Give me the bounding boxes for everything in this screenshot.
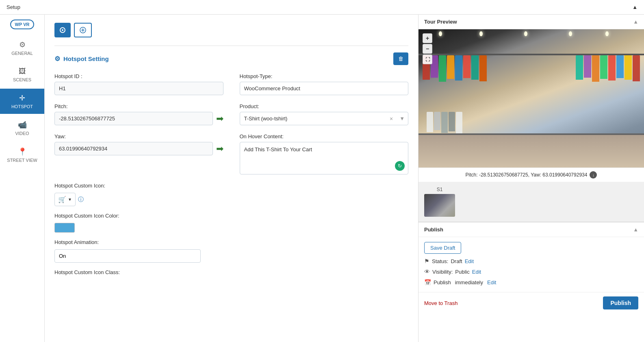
publish-footer: Move to Trash Publish <box>418 292 644 314</box>
pitch-group: Pitch: ➡ <box>54 103 223 125</box>
yaw-group: Yaw: ➡ <box>54 133 223 174</box>
center-panel: ⚙ Hotspot Setting 🗑 Hotspot ID : Hotspot… <box>45 15 418 342</box>
yaw-label: Yaw: <box>54 133 223 139</box>
hotspot-animation-group: Hotspot Animation: On Off <box>54 239 408 263</box>
sidebar-label-scenes: SCENES <box>13 77 31 82</box>
sidebar-item-streetview[interactable]: 📍 STREET VIEW <box>0 142 44 168</box>
status-row: ⚑ Status: Draft Edit <box>424 258 638 264</box>
save-draft-button[interactable]: Save Draft <box>424 242 461 254</box>
hotspot-setting-label: Hotspot Setting <box>63 55 109 62</box>
add-scene-button[interactable] <box>54 23 71 37</box>
sidebar-label-hotspot: HOTSPOT <box>11 104 33 109</box>
on-hover-group: On Hover Content: Add This T-Shirt To Yo… <box>240 133 409 174</box>
product-clear-button[interactable]: × <box>386 115 396 122</box>
publish-time-label: Publish <box>434 279 451 285</box>
form-grid-row1: Hotspot ID : Hotspot-Type: WooCommerce P… <box>54 73 408 95</box>
publish-collapse[interactable]: ▲ <box>633 227 638 233</box>
hotspot-id-group: Hotspot ID : <box>54 73 223 95</box>
publish-button[interactable]: Publish <box>603 296 638 309</box>
sidebar-label-video: VIDEO <box>15 131 29 136</box>
form-grid-row2: Pitch: ➡ Product: T-Shirt (woo-tshirt) ×… <box>54 103 408 125</box>
plus-circle-icon <box>80 27 86 33</box>
sidebar-logo[interactable]: WP VR <box>10 21 35 27</box>
visibility-value: Public <box>455 269 469 275</box>
pitch-row: ➡ <box>54 112 223 125</box>
custom-icon-label: Hotspot Custom Icon: <box>54 183 408 189</box>
video-icon: 📹 <box>18 120 27 129</box>
zoom-in-button[interactable]: + <box>423 33 432 43</box>
hotspot-type-label: Hotspot-Type: <box>240 73 409 79</box>
pitch-input[interactable] <box>54 112 213 125</box>
pitch-arrow-indicator: ➡ <box>216 113 223 124</box>
svg-point-1 <box>62 29 63 31</box>
yaw-input[interactable] <box>54 142 213 155</box>
streetview-icon: 📍 <box>18 147 27 156</box>
zoom-out-button[interactable]: − <box>423 44 432 54</box>
hotspot-setting-title: ⚙ Hotspot Setting <box>54 55 109 63</box>
product-dropdown-arrow[interactable]: ▼ <box>396 115 408 122</box>
delete-hotspot-button[interactable]: 🗑 <box>393 52 408 65</box>
fullscreen-button[interactable]: ⛶ <box>423 54 432 64</box>
calendar-icon: 📅 <box>424 279 431 285</box>
color-swatch[interactable] <box>54 223 75 233</box>
pitch-info-text: Pitch: -28.513026750687725, Yaw: 63.0199… <box>466 172 588 178</box>
scene-thumbnail[interactable]: S1 <box>424 187 455 217</box>
hotspot-id-input[interactable] <box>54 82 223 95</box>
on-hover-label: On Hover Content: <box>240 133 409 139</box>
info-icon[interactable]: ⓘ <box>78 196 84 203</box>
yaw-row: ➡ <box>54 142 223 155</box>
icon-selector[interactable]: 🛒 ▼ <box>54 193 76 206</box>
scene-thumb-image[interactable] <box>424 194 455 217</box>
top-bar-collapse[interactable]: ▲ <box>632 4 637 10</box>
icon-dropdown-arrow: ▼ <box>68 197 72 202</box>
add-hotspot-button[interactable] <box>74 23 92 37</box>
flag-icon: ⚑ <box>424 258 429 264</box>
scenes-icon: 🖼 <box>19 67 26 76</box>
status-label: Status: <box>432 258 448 264</box>
publish-time-value: immediately <box>455 279 483 285</box>
tour-preview-section: Tour Preview ▲ + − ⛶ <box>418 15 644 222</box>
hotspot-type-group: Hotspot-Type: WooCommerce Product Link S… <box>240 73 409 95</box>
status-edit-link[interactable]: Edit <box>465 258 474 264</box>
trash-icon: 🗑 <box>398 56 403 62</box>
custom-icon-class-group: Hotspot Custom Icon Class: <box>54 269 408 275</box>
hotspot-animation-select[interactable]: On Off <box>54 249 201 263</box>
product-value: T-Shirt (woo-tshirt) <box>240 112 386 125</box>
sidebar: WP VR ⚙ GENERAL 🖼 SCENES ✛ HOTSPOT 📹 VID… <box>0 15 45 342</box>
tour-preview-title: Tour Preview <box>424 19 457 25</box>
publish-section: Publish ▲ Save Draft ⚑ Status: Draft Edi… <box>418 222 644 342</box>
publish-time-edit-link[interactable]: Edit <box>487 279 496 285</box>
visibility-edit-link[interactable]: Edit <box>472 269 481 275</box>
settings-gear-icon: ⚙ <box>54 55 60 63</box>
main-layout: WP VR ⚙ GENERAL 🖼 SCENES ✛ HOTSPOT 📹 VID… <box>0 15 644 342</box>
sidebar-item-scenes[interactable]: 🖼 SCENES <box>0 62 44 87</box>
hover-content-area[interactable]: Add This T-Shirt To Your Cart ↻ <box>240 142 409 174</box>
pitch-info-bar: Pitch: -28.513026750687725, Yaw: 63.0199… <box>418 168 644 182</box>
scene-label: S1 <box>437 187 443 192</box>
hotspot-type-select-wrapper: WooCommerce Product Link Scene Custom <box>240 82 409 95</box>
sidebar-item-hotspot[interactable]: ✛ HOTSPOT <box>0 89 44 114</box>
refresh-hover-content-button[interactable]: ↻ <box>395 161 405 171</box>
tour-preview-header: Tour Preview ▲ <box>418 15 644 29</box>
logo-badge: WP VR <box>10 20 35 29</box>
divider <box>54 46 408 46</box>
tour-preview-image: + − ⛶ <box>418 29 644 168</box>
hotspot-icon: ✛ <box>19 94 25 102</box>
hotspot-setting-header: ⚙ Hotspot Setting 🗑 <box>54 52 408 65</box>
move-to-trash-link[interactable]: Move to Trash <box>424 300 458 306</box>
sidebar-item-general[interactable]: ⚙ GENERAL <box>0 35 44 61</box>
custom-icon-group: Hotspot Custom Icon: 🛒 ▼ ⓘ <box>54 183 408 206</box>
down-icon: ↓ <box>590 171 597 179</box>
tour-preview-collapse[interactable]: ▲ <box>633 19 638 25</box>
pitch-label: Pitch: <box>54 103 223 109</box>
right-panel: Tour Preview ▲ + − ⛶ <box>418 15 644 342</box>
sidebar-item-video[interactable]: 📹 VIDEO <box>0 115 44 141</box>
product-group: Product: T-Shirt (woo-tshirt) × ▼ <box>240 103 409 125</box>
form-grid-row3: Yaw: ➡ On Hover Content: Add This T-Shir… <box>54 133 408 174</box>
hover-content-text: Add This T-Shirt To Your Cart <box>244 146 312 152</box>
product-select-wrapper[interactable]: T-Shirt (woo-tshirt) × ▼ <box>240 112 409 125</box>
hotspot-animation-label: Hotspot Animation: <box>54 239 408 245</box>
eye-icon: 👁 <box>424 268 430 275</box>
top-bar-title: Setup <box>7 4 20 10</box>
hotspot-type-select[interactable]: WooCommerce Product Link Scene Custom <box>240 82 409 95</box>
